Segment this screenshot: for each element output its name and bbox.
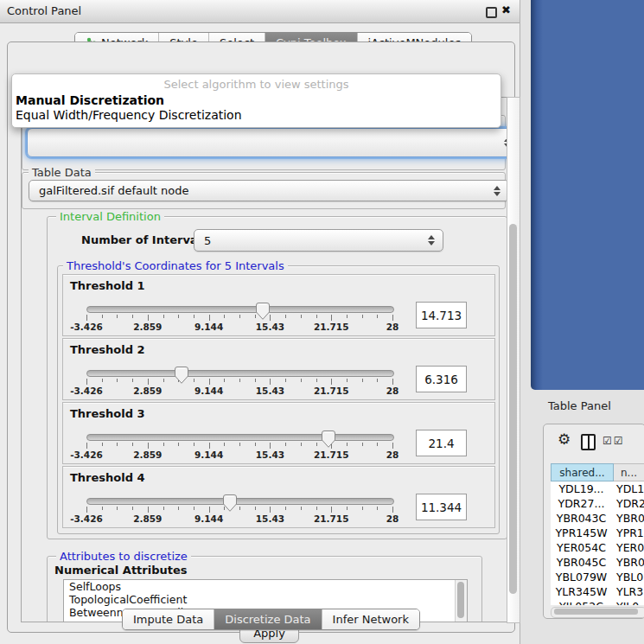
table-row[interactable]: YDR27...YDR2 (551, 496, 644, 511)
slider-track[interactable] (86, 370, 394, 377)
tab-infer-network[interactable]: Infer Network (322, 609, 419, 629)
slider-tick (132, 443, 133, 446)
table-column-header[interactable]: shared... (551, 463, 614, 481)
column-layout-icon[interactable] (581, 434, 596, 450)
scrollbar-thumb[interactable] (457, 582, 464, 618)
slider-tick (148, 315, 149, 321)
slider-tick-label: 28 (386, 513, 399, 524)
table-cell[interactable]: YPR1 (612, 526, 644, 540)
slider-tick (316, 443, 317, 446)
slider-handle[interactable] (223, 494, 237, 512)
close-icon[interactable]: ✖ (501, 3, 511, 16)
table-cell[interactable]: YBR045C (551, 555, 612, 570)
tab-discretize-data[interactable]: Discretize Data (214, 609, 322, 629)
algorithm-option[interactable]: Equal Width/Frequency Discretization (15, 108, 494, 122)
checkbox-icons[interactable]: ☑☑ (603, 435, 625, 447)
table-row[interactable]: YBL079WYBL0 (551, 570, 644, 584)
slider-tick-label: 9.144 (194, 386, 223, 396)
slider-tick (132, 315, 133, 318)
table-cell[interactable]: YLR3 (612, 584, 644, 599)
table-row[interactable]: YIL052CYIL0 (551, 599, 644, 605)
slider-tick-label: 21.715 (314, 450, 349, 460)
slider-tick (392, 315, 393, 321)
slider-tick (148, 379, 149, 385)
table-column-header[interactable]: n... (614, 463, 644, 481)
network-view-frame: GAL80G.CGAL11GAL4GCY1HHAP2 (531, 0, 644, 390)
table-cell[interactable]: YBR043C (551, 511, 612, 526)
table-cell[interactable]: YBR0 (612, 511, 644, 526)
slider-tick (132, 507, 133, 510)
main-vertical-scrollbar[interactable] (507, 97, 520, 623)
table-cell[interactable]: YIL052C (551, 599, 612, 605)
table-header-row: shared... n... (551, 463, 644, 481)
slider-tick (117, 315, 118, 318)
scrollbar-thumb[interactable] (509, 224, 517, 594)
number-of-intervals-combobox[interactable]: 5 (194, 229, 443, 252)
table-cell[interactable]: YER054C (551, 540, 612, 555)
slider-tick (316, 379, 317, 382)
slider-tick (194, 315, 194, 318)
table-row[interactable]: YER054CYER0 (551, 540, 644, 555)
threshold-value-field[interactable]: 21.4 (416, 430, 467, 456)
settings-gear-icon[interactable]: ⚙ (558, 432, 571, 447)
attribute-list-item[interactable]: SelfLoops (64, 580, 467, 593)
threshold-value-field[interactable]: 6.316 (416, 366, 467, 392)
table-cell[interactable]: YDL1 (612, 481, 644, 496)
algorithm-combobox[interactable] (27, 128, 507, 157)
slider-tick (117, 443, 118, 446)
number-of-intervals-label: Number of Intervals (81, 233, 208, 246)
slider-tick (301, 443, 302, 446)
scrollbar-thumb[interactable] (554, 609, 638, 615)
threshold-label: Threshold 1 (70, 279, 145, 292)
slider-tick (102, 379, 103, 382)
table-row[interactable]: YLR345WYLR3 (551, 584, 644, 599)
slider-tick (362, 315, 363, 318)
table-cell[interactable]: YBR0 (612, 555, 644, 570)
slider-handle[interactable] (175, 367, 188, 384)
slider-track[interactable] (86, 306, 394, 313)
slider-tick-label: 15.43 (256, 322, 284, 332)
table-cell[interactable]: YIL0 (612, 599, 644, 605)
slider-handle[interactable] (256, 303, 270, 320)
slider-tick-label: -3.426 (70, 450, 103, 460)
table-row[interactable]: YPR145WYPR1 (551, 526, 644, 540)
slider-track[interactable] (86, 498, 394, 505)
tab-impute-data[interactable]: Impute Data (123, 609, 214, 629)
table-cell[interactable]: YDL19... (551, 481, 612, 496)
table-cell[interactable]: YER0 (612, 540, 644, 555)
slider-track[interactable] (86, 434, 394, 441)
table-row[interactable]: YBR045CYBR0 (551, 555, 644, 570)
threshold-panel: Threshold 3-3.4262.8599.14415.4321.71528… (62, 402, 495, 464)
slider-tick (316, 315, 317, 318)
table-row[interactable]: YBR043CYBR0 (551, 511, 644, 526)
slider-tick (194, 379, 194, 382)
algorithm-option[interactable]: Manual Discretization (15, 93, 494, 107)
table-horizontal-scrollbar[interactable] (551, 607, 644, 618)
slider-tick (316, 507, 317, 510)
table-data-group-label: Table Data (29, 166, 95, 179)
table-panel-title: Table Panel (548, 399, 611, 412)
table-cell[interactable]: YBL079W (551, 570, 612, 584)
slider-tick (102, 443, 103, 446)
control-panel-titlebar: Control Panel ✖ (0, 0, 520, 23)
threshold-value-field[interactable]: 14.713 (416, 302, 467, 328)
table-cell[interactable]: YDR2 (612, 496, 644, 511)
table-cell[interactable]: YBL0 (612, 570, 644, 584)
table-cell[interactable]: YPR145W (551, 526, 612, 540)
table-cell[interactable]: YLR345W (551, 584, 612, 599)
float-window-icon[interactable] (486, 7, 497, 18)
slider-tick (86, 443, 87, 449)
tab-label: Discretize Data (225, 613, 310, 626)
slider-tick-label: 21.715 (314, 513, 349, 524)
window-title: Control Panel (7, 4, 81, 17)
slider-handle[interactable] (322, 430, 335, 448)
threshold-value-field[interactable]: 11.344 (416, 494, 467, 520)
slider-tick (224, 443, 225, 446)
table-row[interactable]: YDL19...YDL1 (551, 481, 644, 496)
attribute-list-item[interactable]: TopologicalCoefficient (64, 593, 467, 606)
slider-tick (163, 379, 164, 382)
table-cell[interactable]: YDR27... (551, 496, 612, 511)
slider-tick-label: 28 (386, 450, 399, 460)
attributes-list-scrollbar[interactable] (455, 580, 467, 622)
table-data-combobox[interactable]: galFiltered.sif default node (29, 180, 507, 201)
